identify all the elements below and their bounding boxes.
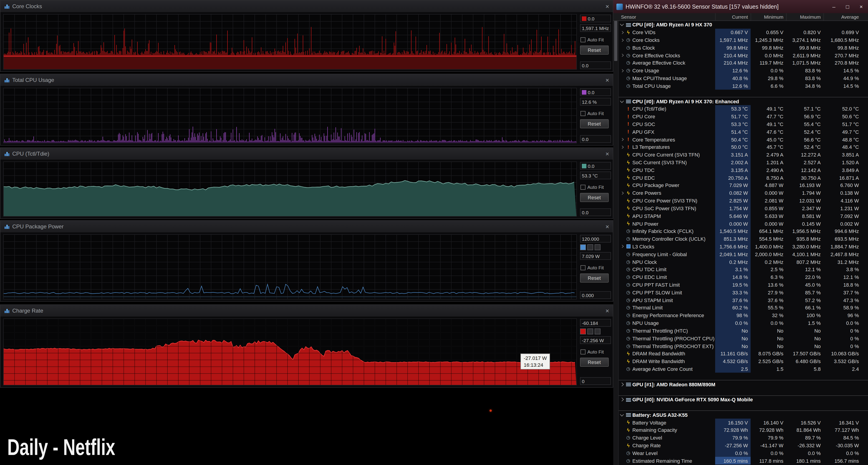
sensor-row[interactable]: ◷Bus Clock99.8 MHz99.8 MHz99.8 MHz99.8 M…	[619, 44, 868, 52]
sensor-row[interactable]: ◷CPU PPT FAST Limit19.5 %13.6 %45.0 %18.…	[619, 281, 868, 289]
sensor-row[interactable]: ϟCPU Package Power7.029 W4.887 W16.193 W…	[619, 182, 868, 189]
autofit-checkbox[interactable]	[581, 349, 586, 354]
close-icon[interactable]: ×	[606, 223, 609, 230]
sensor-row[interactable]: ◷Core Clocks1,597.1 MHz1,245.3 MHz3,274.…	[619, 36, 868, 44]
series-color-swatch-3[interactable]	[595, 244, 600, 250]
sensor-row[interactable]: ϟCharge Rate-27.256 W-41.147 W-26.332 W-…	[619, 441, 868, 449]
chevron-right-icon[interactable]	[620, 54, 623, 57]
sensor-row[interactable]: ◷Thermal Throttling (PROCHOT CPU)NoNoNo0…	[619, 335, 868, 342]
sensor-row[interactable]: ◷Estimated Remaining Time160.5 mins117.8…	[619, 457, 868, 465]
scrollbar-thumb[interactable]	[614, 21, 617, 61]
close-icon[interactable]: ×	[854, 0, 868, 13]
sensor-row[interactable]: ◷APU STAPM Limit37.6 %37.6 %57.2 %47.3 %	[619, 297, 868, 304]
sensor-row[interactable]: ϟDRAM Read Bandwidth11.161 GB/s8.075 GB/…	[619, 350, 868, 358]
sensor-group-row[interactable]: Battery: ASUS A32-K55	[619, 411, 868, 419]
sensor-row[interactable]: ϟCPU EDC20.750 A8.750 A30.750 A16.871 A	[619, 174, 868, 182]
chevron-right-icon[interactable]	[620, 146, 623, 149]
sensor-row[interactable]: !APU GFX51.4 °C47.6 °C52.4 °C49.7 °C	[619, 128, 868, 136]
autofit-checkbox[interactable]	[581, 185, 586, 189]
autofit-control[interactable]: Auto Fit	[581, 184, 611, 190]
chevron-down-icon[interactable]	[620, 412, 624, 416]
sensor-row[interactable]: !CPU Core51.7 °C47.7 °C56.9 °C50.6 °C	[619, 113, 868, 121]
autofit-checkbox[interactable]	[581, 37, 586, 42]
chevron-right-icon[interactable]	[620, 398, 624, 402]
column-header-sensor[interactable]: Sensor	[619, 14, 715, 20]
sensor-row[interactable]: ◷Average Effective Clock210.4 MHz119.7 M…	[619, 59, 868, 67]
chevron-right-icon[interactable]	[620, 245, 623, 248]
series-color-swatch[interactable]	[580, 329, 586, 334]
sensor-row[interactable]: ϟCore Powers0.082 W0.000 W1.794 W0.138 W	[619, 189, 868, 197]
sensor-row[interactable]: ϟBattery Voltage16.150 V16.140 V16.526 V…	[619, 419, 868, 427]
hwinfo-titlebar[interactable]: HWiNFO® 32 v8.16-5600 Sensor Status [157…	[613, 0, 868, 13]
maximize-icon[interactable]: □	[841, 0, 854, 13]
sensor-row[interactable]: ϟCPU Core Current (SVI3 TFN)3.151 A2.479…	[619, 151, 868, 159]
autofit-control[interactable]: Auto Fit	[581, 37, 611, 42]
autofit-control[interactable]: Auto Fit	[581, 265, 611, 270]
sensor-row[interactable]: ϟDRAM Write Bandwidth4.532 GB/s2.525 GB/…	[619, 358, 868, 365]
chevron-down-icon[interactable]	[620, 22, 624, 26]
chevron-right-icon[interactable]	[620, 191, 623, 194]
autofit-checkbox[interactable]	[581, 265, 586, 270]
sensor-row[interactable]: ◷Energy Performance Preference98 %32 %10…	[619, 312, 868, 319]
close-icon[interactable]: ×	[606, 151, 609, 157]
chevron-right-icon[interactable]	[620, 69, 623, 72]
sensor-row[interactable]: ϟCPU SoC Power (SVI3 TFN)1.754 W0.855 W2…	[619, 205, 868, 212]
reset-button[interactable]: Reset	[580, 193, 609, 202]
chevron-right-icon[interactable]	[620, 31, 623, 34]
sensor-row[interactable]: ϟRemaining Capacity72.928 Wh72.928 Wh81.…	[619, 426, 868, 434]
autofit-control[interactable]: Auto Fit	[581, 111, 611, 116]
graph-window-titlebar[interactable]: Charge Rate ×	[0, 305, 613, 317]
sensor-row[interactable]: ϟCPU TDC3.135 A2.490 A12.142 A3.849 A	[619, 166, 868, 174]
sensor-row[interactable]: ◷Thermal Throttling (HTC)NoNoNo0 %	[619, 327, 868, 335]
reset-button[interactable]: Reset	[580, 358, 609, 367]
close-icon[interactable]: ×	[606, 308, 609, 314]
reset-button[interactable]: Reset	[580, 274, 609, 283]
sensor-row[interactable]: ◷CPU PPT SLOW Limit33.3 %27.9 %85.7 %37.…	[619, 289, 868, 297]
series-color-swatch[interactable]	[582, 90, 586, 94]
autofit-control[interactable]: Auto Fit	[581, 349, 611, 354]
sensor-row[interactable]: ϟCPU Core Power (SVI3 TFN)2.825 W2.081 W…	[619, 197, 868, 205]
close-icon[interactable]: ×	[606, 77, 609, 83]
column-header-current[interactable]: Current	[715, 13, 751, 21]
series-color-swatch[interactable]	[582, 163, 586, 168]
sensor-row[interactable]: ◷Core Effective Clocks210.4 MHz0.0 MHz2,…	[619, 52, 868, 59]
series-color-swatch-2[interactable]	[587, 244, 593, 250]
sensor-group-row[interactable]: CPU [#0]: AMD Ryzen AI 9 HX 370	[619, 21, 868, 29]
sensor-row[interactable]: ◷Total CPU Usage12.6 %6.6 %34.8 %14.5 %	[619, 82, 868, 90]
chevron-right-icon[interactable]	[620, 382, 624, 386]
sensor-row[interactable]: !L3 Temperatures50.0 °C45.7 °C52.4 °C48.…	[619, 143, 868, 151]
column-header-minimum[interactable]: Minimum	[751, 13, 786, 21]
series-color-swatch[interactable]	[580, 244, 586, 250]
sensor-group-row[interactable]: GPU [#1]: AMD Radeon 880M/890M	[619, 380, 868, 388]
sensor-row[interactable]: ◷Core Usage12.6 %0.0 %83.8 %14.5 %	[619, 67, 868, 74]
series-color-swatch[interactable]	[582, 16, 586, 21]
graph-window-titlebar[interactable]: CPU (Tctl/Tdie) ×	[0, 148, 613, 160]
minimize-icon[interactable]: –	[827, 0, 841, 13]
chevron-down-icon[interactable]	[620, 99, 624, 103]
sensor-row[interactable]: ◷NPU Usage0.0 %0.0 %1.5 %0.0 %	[619, 319, 868, 327]
sensor-row[interactable]: ◷NPU Clock0.2 MHz0.2 MHz807.2 MHz31.2 MH…	[619, 258, 868, 266]
sensor-group-row[interactable]: CPU [#0]: AMD Ryzen AI 9 HX 370: Enhance…	[619, 97, 868, 105]
sensor-row[interactable]: ◷Max CPU/Thread Usage40.8 %29.8 %83.8 %4…	[619, 74, 868, 82]
sensor-row[interactable]: ◷Frequency Limit - Global2,049.1 MHz2,00…	[619, 250, 868, 258]
sensor-row[interactable]: ϟNPU Power0.000 W0.000 W0.145 W0.002 W	[619, 220, 868, 227]
sensor-row[interactable]: ϟAPU STAPM5.646 W5.633 W8.581 W7.092 W	[619, 212, 868, 220]
sensor-row[interactable]: L3 Clocks1,756.6 MHz1,400.0 MHz3,280.0 M…	[619, 243, 868, 250]
close-icon[interactable]: ×	[606, 3, 609, 9]
autofit-checkbox[interactable]	[581, 111, 586, 116]
sensor-row[interactable]: ◷Charge Level79.9 %79.9 %89.7 %84.5 %	[619, 434, 868, 442]
series-color-swatch-2[interactable]	[587, 329, 593, 334]
series-color-swatch-3[interactable]	[595, 329, 600, 334]
reset-button[interactable]: Reset	[580, 119, 609, 128]
sensor-group-row[interactable]: GPU [#0]: NVIDIA GeForce RTX 5090 Max-Q …	[619, 396, 868, 404]
sensor-row[interactable]: ◷CPU EDC Limit14.8 %6.3 %22.0 %12.1 %	[619, 274, 868, 281]
sensor-row[interactable]: ◷Thermal Throttling (PROCHOT EXT)NoNoNo0…	[619, 342, 868, 350]
sensor-row[interactable]: ◷Thermal Limit60.2 %55.5 %66.1 %58.9 %	[619, 304, 868, 312]
reset-button[interactable]: Reset	[580, 45, 609, 55]
sensor-row[interactable]: ϟCore VIDs0.667 V0.655 V0.820 V0.699 V	[619, 29, 868, 36]
column-header-maximum[interactable]: Maximum	[786, 13, 824, 21]
sensor-row[interactable]: ◷CPU TDC Limit3.1 %2.5 %12.1 %3.8 %	[619, 266, 868, 274]
vertical-scrollbar[interactable]	[613, 21, 619, 465]
sensor-row[interactable]: !CPU SOC53.3 °C49.1 °C55.4 °C51.7 °C	[619, 120, 868, 128]
graph-window-titlebar[interactable]: CPU Package Power ×	[0, 221, 613, 233]
